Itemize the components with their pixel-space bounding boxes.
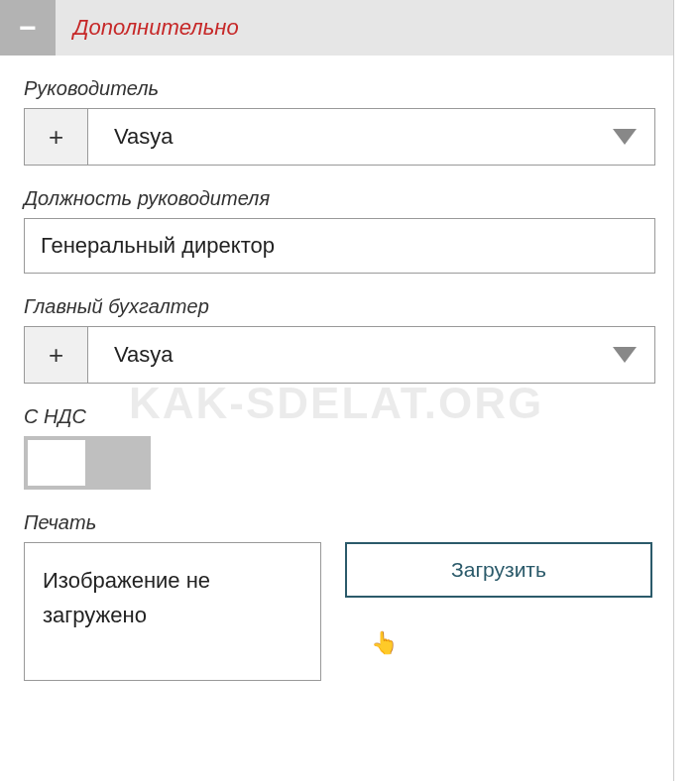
chevron-down-icon (613, 347, 637, 363)
collapse-button[interactable]: − (0, 0, 56, 56)
stamp-label: Печать (24, 511, 655, 534)
minus-icon: − (19, 11, 37, 45)
vat-label: С НДС (24, 405, 655, 428)
section-content: Руководитель + Vasya Должность руководит… (0, 56, 673, 721)
accountant-value[interactable]: Vasya (88, 327, 595, 383)
chevron-down-icon (613, 129, 637, 145)
manager-label: Руководитель (24, 77, 655, 100)
accountant-add-button[interactable]: + (25, 327, 88, 383)
upload-button[interactable]: Загрузить (345, 542, 652, 598)
vat-field: С НДС (24, 405, 655, 490)
accountant-field: Главный бухгалтер + Vasya (24, 295, 655, 384)
stamp-preview: Изображение не загружено (24, 542, 321, 681)
manager-combo: + Vasya (24, 108, 655, 166)
accountant-dropdown-button[interactable] (595, 327, 654, 383)
manager-position-label: Должность руководителя (24, 187, 655, 210)
manager-value[interactable]: Vasya (88, 109, 595, 165)
manager-field: Руководитель + Vasya (24, 77, 655, 166)
manager-add-button[interactable]: + (25, 109, 88, 165)
stamp-row: Изображение не загружено Загрузить (24, 542, 655, 681)
manager-position-field: Должность руководителя (24, 187, 655, 274)
additional-panel: − Дополнительно Руководитель + Vasya Дол… (0, 0, 674, 781)
manager-dropdown-button[interactable] (595, 109, 654, 165)
stamp-field: Печать Изображение не загружено Загрузит… (24, 511, 655, 681)
vat-toggle-knob (28, 440, 85, 486)
vat-toggle[interactable] (24, 436, 151, 490)
plus-icon: + (49, 122, 63, 152)
accountant-combo: + Vasya (24, 326, 655, 384)
plus-icon: + (49, 340, 63, 370)
manager-position-input[interactable] (24, 218, 655, 274)
section-header: − Дополнительно (0, 0, 673, 56)
accountant-label: Главный бухгалтер (24, 295, 655, 318)
section-title: Дополнительно (73, 15, 239, 41)
